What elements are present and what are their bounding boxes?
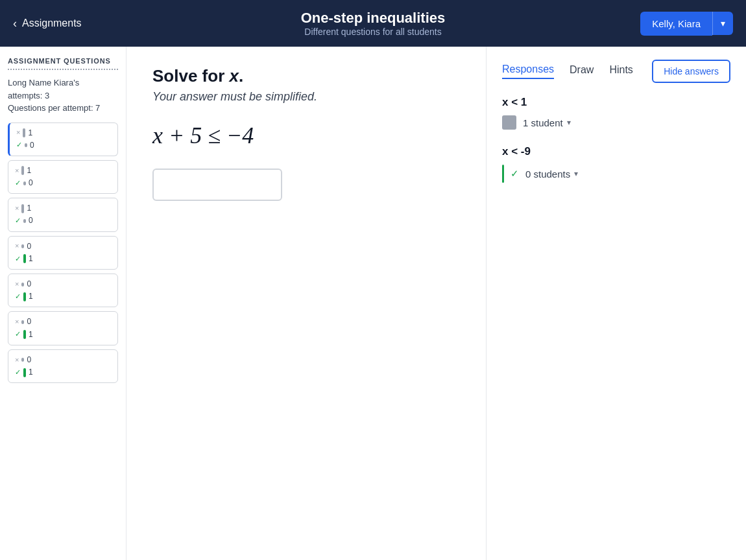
right-panel: Responses Draw Hints Hide answers x < 1 … bbox=[487, 47, 746, 560]
response-answer-2: x < -9 bbox=[502, 145, 730, 158]
question-row-cross-5: × 0 bbox=[15, 278, 111, 290]
cross-num-3: 1 bbox=[27, 202, 31, 215]
header: ‹ Assignments One-step inequalities Diff… bbox=[0, 0, 746, 47]
check-num-1: 0 bbox=[30, 139, 34, 152]
correct-indicator-2 bbox=[502, 165, 504, 183]
check-num-3: 0 bbox=[29, 215, 33, 227]
user-name[interactable]: Kelly, Kiara bbox=[640, 12, 712, 36]
question-row-cross-3: × 1 bbox=[15, 202, 111, 215]
check-num-5: 1 bbox=[29, 290, 33, 303]
cross-num-7: 0 bbox=[27, 354, 31, 366]
cross-num-1: 1 bbox=[28, 127, 32, 139]
solve-suffix: . bbox=[239, 66, 243, 86]
cross-icon-1: × bbox=[16, 127, 20, 139]
question-list: × 1 ✓ 0 × 1 ✓ 0 × 1 ✓ 0 bbox=[8, 122, 118, 384]
question-row-cross-4: × 0 bbox=[15, 240, 111, 253]
chevron-left-icon: ‹ bbox=[13, 17, 17, 30]
cross-icon-4: × bbox=[15, 240, 19, 252]
response-students-1: 1 student ▾ bbox=[502, 115, 730, 130]
header-center: One-step inequalities Different question… bbox=[301, 10, 446, 37]
chevron-down-icon-1: ▾ bbox=[567, 118, 571, 127]
meta-attempts: attempts: 3 bbox=[8, 89, 118, 102]
back-button[interactable]: ‹ Assignments bbox=[13, 17, 82, 30]
panel-tabs: Responses Draw Hints Hide answers bbox=[502, 60, 730, 83]
chevron-down-icon-2: ▾ bbox=[574, 169, 578, 178]
question-row-check-3: ✓ 0 bbox=[15, 215, 111, 227]
cross-icon-6: × bbox=[15, 316, 19, 328]
question-row-cross-7: × 0 bbox=[15, 354, 111, 366]
tab-hints[interactable]: Hints bbox=[609, 64, 632, 78]
question-row-check-2: ✓ 0 bbox=[15, 177, 111, 189]
meta-name: Long Name Kiara's bbox=[8, 76, 118, 89]
student-color-indicator-1 bbox=[502, 115, 516, 130]
page-subtitle: Different questions for all students bbox=[301, 27, 446, 37]
hide-answers-button[interactable]: Hide answers bbox=[652, 60, 730, 83]
question-row-cross-1: × 1 bbox=[16, 127, 111, 139]
check-bar-4 bbox=[23, 254, 26, 263]
main-layout: ASSIGNMENT QUESTIONS Long Name Kiara's a… bbox=[0, 47, 746, 560]
user-dropdown-button[interactable]: ▾ bbox=[712, 12, 733, 35]
question-row-cross-6: × 0 bbox=[15, 316, 111, 328]
check-num-2: 0 bbox=[29, 177, 33, 189]
check-icon-7: ✓ bbox=[15, 367, 21, 379]
sidebar-meta: Long Name Kiara's attempts: 3 Questions … bbox=[8, 76, 118, 115]
sidebar-section-title: ASSIGNMENT QUESTIONS bbox=[8, 57, 118, 70]
check-icon-3: ✓ bbox=[15, 215, 21, 227]
student-count-1[interactable]: 1 student ▾ bbox=[523, 117, 571, 128]
check-num-7: 1 bbox=[29, 366, 33, 379]
student-count-2[interactable]: 0 students ▾ bbox=[525, 169, 578, 180]
check-icon-2: ✓ bbox=[15, 178, 21, 189]
check-num-6: 1 bbox=[29, 329, 33, 341]
question-item-6[interactable]: × 0 ✓ 1 bbox=[8, 311, 118, 345]
cross-num-6: 0 bbox=[27, 316, 31, 328]
cross-bar-5 bbox=[21, 283, 24, 286]
check-icon-5: ✓ bbox=[15, 291, 21, 303]
cross-bar-2 bbox=[21, 166, 24, 175]
question-row-check-4: ✓ 1 bbox=[15, 253, 111, 265]
question-item-1[interactable]: × 1 ✓ 0 bbox=[8, 122, 118, 156]
tab-responses[interactable]: Responses bbox=[502, 64, 554, 79]
question-row-check-6: ✓ 1 bbox=[15, 329, 111, 341]
response-item-2: x < -9 ✓ 0 students ▾ bbox=[502, 145, 730, 183]
question-row-check-7: ✓ 1 bbox=[15, 366, 111, 379]
math-equation: x + 5 ≤ −4 bbox=[152, 122, 460, 149]
cross-num-4: 0 bbox=[27, 240, 31, 253]
question-item-7[interactable]: × 0 ✓ 1 bbox=[8, 349, 118, 383]
solve-instruction: Your answer must be simplified. bbox=[152, 90, 460, 104]
check-icon-4: ✓ bbox=[15, 253, 21, 265]
tab-draw[interactable]: Draw bbox=[570, 64, 594, 78]
check-bar-5 bbox=[23, 292, 26, 301]
cross-icon-2: × bbox=[15, 165, 19, 177]
cross-num-2: 1 bbox=[27, 165, 31, 177]
check-icon-2: ✓ bbox=[511, 168, 519, 180]
answer-input[interactable] bbox=[152, 169, 282, 201]
cross-bar-1 bbox=[23, 128, 25, 137]
cross-icon-7: × bbox=[15, 355, 19, 366]
back-label: Assignments bbox=[22, 18, 82, 29]
student-count-label-2: 0 students bbox=[525, 169, 570, 180]
question-item-5[interactable]: × 0 ✓ 1 bbox=[8, 274, 118, 307]
sidebar: ASSIGNMENT QUESTIONS Long Name Kiara's a… bbox=[0, 47, 126, 560]
question-item-3[interactable]: × 1 ✓ 0 bbox=[8, 198, 118, 231]
question-item-2[interactable]: × 1 ✓ 0 bbox=[8, 160, 118, 194]
cross-bar-7 bbox=[21, 358, 24, 362]
response-answer-1: x < 1 bbox=[502, 96, 730, 109]
response-item-1: x < 1 1 student ▾ bbox=[502, 96, 730, 130]
check-bar-3 bbox=[23, 219, 26, 223]
page-title: One-step inequalities bbox=[301, 10, 446, 27]
check-bar-6 bbox=[23, 330, 26, 339]
solve-heading: Solve for x. bbox=[152, 66, 460, 86]
question-row-check-1: ✓ 0 bbox=[16, 139, 111, 152]
question-item-4[interactable]: × 0 ✓ 1 bbox=[8, 236, 118, 270]
response-students-2: ✓ 0 students ▾ bbox=[502, 165, 730, 183]
question-row-check-5: ✓ 1 bbox=[15, 290, 111, 303]
cross-bar-6 bbox=[21, 320, 24, 324]
user-menu[interactable]: Kelly, Kiara ▾ bbox=[640, 12, 733, 36]
cross-icon-3: × bbox=[15, 203, 19, 215]
equation-text: x + 5 ≤ −4 bbox=[152, 122, 254, 148]
cross-icon-5: × bbox=[15, 279, 19, 290]
solve-prefix: Solve for bbox=[152, 66, 224, 86]
cross-bar-4 bbox=[21, 244, 24, 248]
check-bar-7 bbox=[23, 368, 26, 377]
check-bar-1 bbox=[25, 143, 27, 147]
